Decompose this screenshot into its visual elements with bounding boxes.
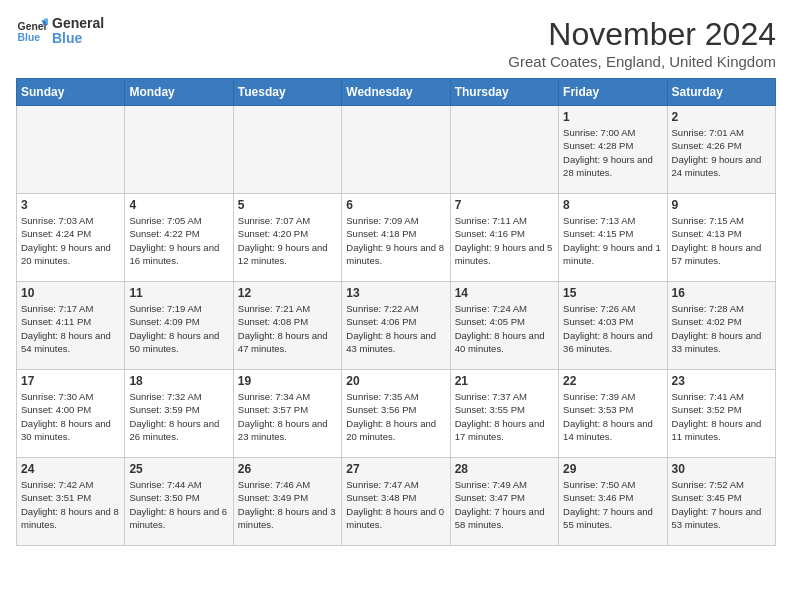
calendar-cell: 28Sunrise: 7:49 AM Sunset: 3:47 PM Dayli… — [450, 458, 558, 546]
calendar-table: SundayMondayTuesdayWednesdayThursdayFrid… — [16, 78, 776, 546]
calendar-cell: 4Sunrise: 7:05 AM Sunset: 4:22 PM Daylig… — [125, 194, 233, 282]
day-number: 9 — [672, 198, 771, 212]
calendar-cell: 3Sunrise: 7:03 AM Sunset: 4:24 PM Daylig… — [17, 194, 125, 282]
logo: General Blue General Blue — [16, 16, 104, 47]
calendar-cell — [450, 106, 558, 194]
day-number: 15 — [563, 286, 662, 300]
calendar-cell: 18Sunrise: 7:32 AM Sunset: 3:59 PM Dayli… — [125, 370, 233, 458]
day-info: Sunrise: 7:09 AM Sunset: 4:18 PM Dayligh… — [346, 214, 445, 267]
day-number: 4 — [129, 198, 228, 212]
calendar-cell — [125, 106, 233, 194]
day-number: 8 — [563, 198, 662, 212]
day-number: 10 — [21, 286, 120, 300]
svg-text:Blue: Blue — [18, 32, 41, 43]
day-info: Sunrise: 7:01 AM Sunset: 4:26 PM Dayligh… — [672, 126, 771, 179]
day-info: Sunrise: 7:44 AM Sunset: 3:50 PM Dayligh… — [129, 478, 228, 531]
calendar-week-row: 24Sunrise: 7:42 AM Sunset: 3:51 PM Dayli… — [17, 458, 776, 546]
day-number: 28 — [455, 462, 554, 476]
calendar-cell: 12Sunrise: 7:21 AM Sunset: 4:08 PM Dayli… — [233, 282, 341, 370]
calendar-cell: 7Sunrise: 7:11 AM Sunset: 4:16 PM Daylig… — [450, 194, 558, 282]
day-number: 19 — [238, 374, 337, 388]
day-header-sunday: Sunday — [17, 79, 125, 106]
calendar-cell: 8Sunrise: 7:13 AM Sunset: 4:15 PM Daylig… — [559, 194, 667, 282]
calendar-body: 1Sunrise: 7:00 AM Sunset: 4:28 PM Daylig… — [17, 106, 776, 546]
calendar-cell: 1Sunrise: 7:00 AM Sunset: 4:28 PM Daylig… — [559, 106, 667, 194]
header: General Blue General Blue November 2024 … — [16, 16, 776, 70]
day-number: 7 — [455, 198, 554, 212]
day-number: 27 — [346, 462, 445, 476]
day-info: Sunrise: 7:28 AM Sunset: 4:02 PM Dayligh… — [672, 302, 771, 355]
calendar-cell: 30Sunrise: 7:52 AM Sunset: 3:45 PM Dayli… — [667, 458, 775, 546]
calendar-cell — [17, 106, 125, 194]
day-number: 2 — [672, 110, 771, 124]
day-info: Sunrise: 7:17 AM Sunset: 4:11 PM Dayligh… — [21, 302, 120, 355]
calendar-cell: 9Sunrise: 7:15 AM Sunset: 4:13 PM Daylig… — [667, 194, 775, 282]
day-info: Sunrise: 7:26 AM Sunset: 4:03 PM Dayligh… — [563, 302, 662, 355]
calendar-week-row: 10Sunrise: 7:17 AM Sunset: 4:11 PM Dayli… — [17, 282, 776, 370]
calendar-cell: 24Sunrise: 7:42 AM Sunset: 3:51 PM Dayli… — [17, 458, 125, 546]
calendar-cell: 11Sunrise: 7:19 AM Sunset: 4:09 PM Dayli… — [125, 282, 233, 370]
day-number: 11 — [129, 286, 228, 300]
logo-blue-text: Blue — [52, 31, 104, 46]
day-number: 12 — [238, 286, 337, 300]
day-header-tuesday: Tuesday — [233, 79, 341, 106]
day-number: 1 — [563, 110, 662, 124]
calendar-cell: 26Sunrise: 7:46 AM Sunset: 3:49 PM Dayli… — [233, 458, 341, 546]
subtitle: Great Coates, England, United Kingdom — [508, 53, 776, 70]
calendar-cell: 22Sunrise: 7:39 AM Sunset: 3:53 PM Dayli… — [559, 370, 667, 458]
day-number: 6 — [346, 198, 445, 212]
day-info: Sunrise: 7:19 AM Sunset: 4:09 PM Dayligh… — [129, 302, 228, 355]
day-number: 22 — [563, 374, 662, 388]
day-header-monday: Monday — [125, 79, 233, 106]
day-info: Sunrise: 7:35 AM Sunset: 3:56 PM Dayligh… — [346, 390, 445, 443]
calendar-cell: 29Sunrise: 7:50 AM Sunset: 3:46 PM Dayli… — [559, 458, 667, 546]
day-info: Sunrise: 7:39 AM Sunset: 3:53 PM Dayligh… — [563, 390, 662, 443]
day-number: 29 — [563, 462, 662, 476]
calendar-cell — [342, 106, 450, 194]
day-number: 23 — [672, 374, 771, 388]
calendar-week-row: 1Sunrise: 7:00 AM Sunset: 4:28 PM Daylig… — [17, 106, 776, 194]
day-info: Sunrise: 7:00 AM Sunset: 4:28 PM Dayligh… — [563, 126, 662, 179]
day-info: Sunrise: 7:15 AM Sunset: 4:13 PM Dayligh… — [672, 214, 771, 267]
day-info: Sunrise: 7:24 AM Sunset: 4:05 PM Dayligh… — [455, 302, 554, 355]
logo-general-text: General — [52, 16, 104, 31]
day-number: 14 — [455, 286, 554, 300]
calendar-cell: 16Sunrise: 7:28 AM Sunset: 4:02 PM Dayli… — [667, 282, 775, 370]
day-info: Sunrise: 7:50 AM Sunset: 3:46 PM Dayligh… — [563, 478, 662, 531]
day-info: Sunrise: 7:11 AM Sunset: 4:16 PM Dayligh… — [455, 214, 554, 267]
calendar-cell: 2Sunrise: 7:01 AM Sunset: 4:26 PM Daylig… — [667, 106, 775, 194]
day-info: Sunrise: 7:21 AM Sunset: 4:08 PM Dayligh… — [238, 302, 337, 355]
calendar-cell — [233, 106, 341, 194]
calendar-cell: 10Sunrise: 7:17 AM Sunset: 4:11 PM Dayli… — [17, 282, 125, 370]
day-number: 20 — [346, 374, 445, 388]
day-number: 17 — [21, 374, 120, 388]
day-number: 26 — [238, 462, 337, 476]
calendar-week-row: 17Sunrise: 7:30 AM Sunset: 4:00 PM Dayli… — [17, 370, 776, 458]
day-info: Sunrise: 7:13 AM Sunset: 4:15 PM Dayligh… — [563, 214, 662, 267]
main-title: November 2024 — [508, 16, 776, 53]
day-info: Sunrise: 7:47 AM Sunset: 3:48 PM Dayligh… — [346, 478, 445, 531]
day-number: 5 — [238, 198, 337, 212]
day-header-thursday: Thursday — [450, 79, 558, 106]
calendar-cell: 5Sunrise: 7:07 AM Sunset: 4:20 PM Daylig… — [233, 194, 341, 282]
day-number: 3 — [21, 198, 120, 212]
calendar-cell: 14Sunrise: 7:24 AM Sunset: 4:05 PM Dayli… — [450, 282, 558, 370]
title-area: November 2024 Great Coates, England, Uni… — [508, 16, 776, 70]
calendar-cell: 23Sunrise: 7:41 AM Sunset: 3:52 PM Dayli… — [667, 370, 775, 458]
day-info: Sunrise: 7:03 AM Sunset: 4:24 PM Dayligh… — [21, 214, 120, 267]
calendar-week-row: 3Sunrise: 7:03 AM Sunset: 4:24 PM Daylig… — [17, 194, 776, 282]
day-info: Sunrise: 7:34 AM Sunset: 3:57 PM Dayligh… — [238, 390, 337, 443]
day-info: Sunrise: 7:41 AM Sunset: 3:52 PM Dayligh… — [672, 390, 771, 443]
day-info: Sunrise: 7:30 AM Sunset: 4:00 PM Dayligh… — [21, 390, 120, 443]
day-number: 25 — [129, 462, 228, 476]
day-header-saturday: Saturday — [667, 79, 775, 106]
calendar-cell: 27Sunrise: 7:47 AM Sunset: 3:48 PM Dayli… — [342, 458, 450, 546]
day-number: 24 — [21, 462, 120, 476]
day-info: Sunrise: 7:46 AM Sunset: 3:49 PM Dayligh… — [238, 478, 337, 531]
calendar-cell: 15Sunrise: 7:26 AM Sunset: 4:03 PM Dayli… — [559, 282, 667, 370]
logo-icon: General Blue — [16, 17, 48, 45]
calendar-cell: 6Sunrise: 7:09 AM Sunset: 4:18 PM Daylig… — [342, 194, 450, 282]
day-number: 18 — [129, 374, 228, 388]
day-info: Sunrise: 7:37 AM Sunset: 3:55 PM Dayligh… — [455, 390, 554, 443]
day-info: Sunrise: 7:22 AM Sunset: 4:06 PM Dayligh… — [346, 302, 445, 355]
